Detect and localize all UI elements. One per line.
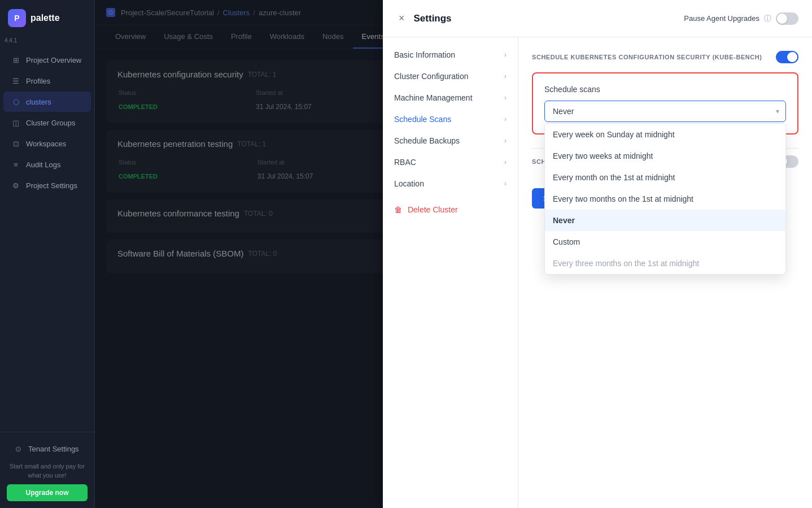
settings-content: SCHEDULE KUBERNETES CONFIGURATION SECURI… (518, 37, 812, 508)
scan-total-kube-bench: TOTAL: 1 (248, 71, 277, 79)
sidebar-item-label: Workspaces (26, 140, 66, 148)
settings-close-button[interactable]: × (396, 10, 407, 27)
sidebar-logo: P palette (0, 0, 94, 36)
nav-label: Location (394, 179, 424, 188)
breadcrumb-project: Project-Scale/SecureTutorial (121, 8, 214, 17)
scan-title-conformance: Kubernetes conformance testing (117, 209, 239, 218)
breadcrumb-current: azure-cluster (259, 8, 301, 17)
schedule-dropdown: Every week on Sunday at midnight Every t… (544, 123, 786, 275)
settings-panel-title: Settings (414, 13, 452, 24)
grid-icon: ⊞ (11, 55, 20, 64)
nav-label: Machine Management (394, 93, 473, 102)
col-status: Status (119, 86, 255, 99)
upgrade-text: Start small and only pay for what you us… (7, 462, 88, 480)
nav-label: Cluster Configuration (394, 72, 469, 81)
file-icon: ☰ (11, 76, 20, 85)
sidebar-item-label: Cluster Groups (26, 119, 75, 127)
settings-body: Basic Information › Cluster Configuratio… (383, 37, 812, 508)
nav-label: Delete Cluster (408, 205, 458, 214)
settings-nav-cluster-configuration[interactable]: Cluster Configuration › (383, 66, 518, 87)
settings-nav-basic-information[interactable]: Basic Information › (383, 44, 518, 66)
chevron-right-icon: › (504, 51, 507, 59)
sidebar-item-workspaces[interactable]: ⊡ Workspaces (3, 133, 91, 154)
status-badge: COMPLETED (119, 173, 158, 180)
info-icon: ⓘ (764, 14, 771, 24)
tab-overview[interactable]: Overview (106, 25, 155, 49)
settings-icon: ⚙ (11, 181, 20, 190)
sidebar-item-label: clusters (26, 98, 51, 106)
breadcrumb-clusters[interactable]: Clusters (223, 8, 250, 17)
list-icon: ≡ (11, 160, 20, 169)
settings-nav-machine-management[interactable]: Machine Management › (383, 87, 518, 108)
nav-label: Basic Information (394, 50, 455, 59)
nav-label: RBAC (394, 158, 416, 167)
dropdown-item-custom[interactable]: Custom (545, 231, 785, 253)
sidebar-item-clusters[interactable]: ⬡ clusters (3, 92, 91, 112)
pause-agent-label: Pause Agent Upgrades (684, 14, 759, 23)
tenant-label: Tenant Settings (28, 445, 79, 453)
chevron-right-icon: › (504, 115, 507, 123)
logo-icon: P (8, 9, 26, 27)
dropdown-item-two-weeks[interactable]: Every two weeks at midnight (545, 145, 785, 167)
settings-nav-delete-cluster[interactable]: 🗑 Delete Cluster (383, 199, 518, 220)
settings-nav-location[interactable]: Location › (383, 173, 518, 194)
toggle-knob (787, 52, 797, 62)
tab-usage-costs[interactable]: Usage & Costs (155, 25, 222, 49)
sidebar-bottom: ⊙ Tenant Settings Start small and only p… (0, 432, 94, 508)
sidebar-item-profiles[interactable]: ☰ Profiles (3, 71, 91, 91)
trash-icon: 🗑 (394, 205, 402, 214)
settings-nav: Basic Information › Cluster Configuratio… (383, 37, 518, 508)
briefcase-icon: ⊡ (11, 139, 20, 148)
nav-items: ⊞ Project Overview ☰ Profiles ⬡ clusters… (0, 45, 94, 432)
sidebar-item-label: Project Settings (26, 181, 77, 190)
scan-title-kube-bench: Kubernetes configuration security (117, 70, 243, 79)
scan-total-pentest: TOTAL: 1 (237, 140, 266, 148)
sidebar-item-project-overview[interactable]: ⊞ Project Overview (3, 50, 91, 70)
chevron-right-icon: › (504, 180, 507, 188)
upgrade-button[interactable]: Upgrade now (7, 484, 88, 501)
dropdown-item-never[interactable]: Never (545, 210, 785, 231)
status-badge: COMPLETED (119, 103, 158, 110)
sidebar-item-project-settings[interactable]: ⚙ Project Settings (3, 175, 91, 196)
sidebar: P palette 4.4.1 ⊞ Project Overview ☰ Pro… (0, 0, 95, 508)
tab-profile[interactable]: Profile (222, 25, 261, 49)
chevron-right-icon: › (504, 137, 507, 145)
pause-agent-toggle[interactable] (776, 12, 798, 25)
col-status: Status (119, 155, 256, 169)
sidebar-item-tenant-settings[interactable]: ⊙ Tenant Settings (10, 440, 84, 458)
scan-total-conformance: TOTAL: 0 (244, 210, 273, 218)
sidebar-item-label: Profiles (26, 77, 50, 85)
scan-title-pentest: Kubernetes penetration testing (117, 139, 233, 149)
kube-bench-toggle[interactable] (776, 51, 798, 63)
settings-nav-schedule-backups[interactable]: Schedule Backups › (383, 130, 518, 151)
chevron-right-icon: › (504, 94, 507, 102)
settings-title-row: × Settings (396, 10, 452, 27)
dropdown-item-monthly[interactable]: Every month on the 1st at midnight (545, 167, 785, 188)
chevron-right-icon: › (504, 158, 507, 166)
scan-total-sbom: TOTAL: 0 (248, 250, 277, 258)
schedule-scans-box: Schedule scans Never ▾ Every week on Sun… (532, 72, 798, 134)
server-icon: ⬡ (11, 97, 20, 106)
schedule-select[interactable]: Never (544, 101, 786, 122)
sidebar-item-audit-logs[interactable]: ≡ Audit Logs (3, 154, 91, 175)
chevron-right-icon: › (504, 72, 507, 80)
settings-nav-rbac[interactable]: RBAC › (383, 151, 518, 173)
dropdown-item-two-months[interactable]: Every two months on the 1st at midnight (545, 188, 785, 210)
logo-text: palette (30, 13, 60, 23)
tab-workloads[interactable]: Workloads (261, 25, 313, 49)
breadcrumb-sep1: / (217, 8, 220, 17)
dropdown-item-weekly[interactable]: Every week on Sunday at midnight (545, 124, 785, 145)
pause-agent-row: Pause Agent Upgrades ⓘ (684, 12, 798, 25)
tab-nodes[interactable]: Nodes (313, 25, 353, 49)
settings-nav-schedule-scans[interactable]: Schedule Scans › (383, 108, 518, 130)
nav-label: Schedule Backups (394, 136, 460, 145)
kube-bench-toggle-row: SCHEDULE KUBERNETES CONFIGURATION SECURI… (532, 51, 798, 63)
sidebar-item-cluster-groups[interactable]: ◫ Cluster Groups (3, 112, 91, 133)
version-badge: 4.4.1 (0, 36, 94, 45)
layers-icon: ◫ (11, 118, 20, 127)
select-container: Never ▾ Every week on Sunday at midnight… (544, 101, 786, 122)
scan-title-sbom: Software Bill of Materials (SBOM) (117, 249, 243, 258)
project-icon: ⬡ (106, 8, 115, 17)
breadcrumb-sep2: / (253, 8, 255, 17)
dropdown-item-three-months[interactable]: Every three months on the 1st at midnigh… (545, 253, 785, 274)
